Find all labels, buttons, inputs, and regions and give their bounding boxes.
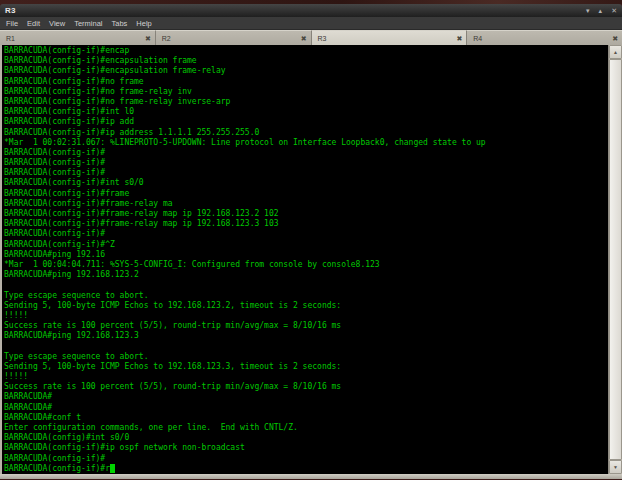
terminal-line bbox=[4, 341, 608, 351]
terminal-line: Enter configuration commands, one per li… bbox=[4, 423, 608, 433]
menu-item-tabs[interactable]: Tabs bbox=[112, 19, 128, 28]
terminal-line: BARRACUDA(config-if)#frame-relay ma bbox=[4, 199, 608, 209]
terminal-line: !!!!! bbox=[4, 311, 608, 321]
terminal-line: BARRACUDA(config-if)# bbox=[4, 148, 608, 158]
menubar: File Edit View Terminal Tabs Help bbox=[0, 17, 622, 30]
close-icon[interactable]: ✕ bbox=[611, 7, 617, 14]
tab-r2[interactable]: R2 ✖ bbox=[156, 30, 312, 45]
tab-r4[interactable]: R4 ✖ bbox=[467, 30, 622, 45]
terminal-window: R3 ▾ ▴ ✕ File Edit View Terminal Tabs He… bbox=[0, 4, 622, 478]
tab-close-icon[interactable]: ✖ bbox=[456, 35, 462, 42]
menu-item-view[interactable]: View bbox=[49, 19, 65, 28]
terminal-line: BARRACUDA# bbox=[4, 403, 608, 413]
terminal-line: BARRACUDA(config-if)#frame-relay map ip … bbox=[4, 219, 608, 229]
terminal-line: Success rate is 100 percent (5/5), round… bbox=[4, 321, 608, 331]
menu-item-help[interactable]: Help bbox=[136, 19, 151, 28]
terminal-line: BARRACUDA# bbox=[4, 392, 608, 402]
terminal-line: Type escape sequence to abort. bbox=[4, 291, 608, 301]
tab-close-icon[interactable]: ✖ bbox=[145, 35, 151, 42]
tab-close-icon[interactable]: ✖ bbox=[612, 35, 618, 42]
terminal-line: BARRACUDA(config-if)#no frame bbox=[4, 77, 608, 87]
terminal-line: Sending 5, 100-byte ICMP Echos to 192.16… bbox=[4, 362, 608, 372]
tab-r1[interactable]: R1 ✖ bbox=[0, 30, 156, 45]
tab-label: R3 bbox=[318, 35, 327, 42]
terminal-line: BARRACUDA(config-if)#encap bbox=[4, 46, 608, 56]
terminal-line: BARRACUDA(config-if)#no frame-relay inve… bbox=[4, 97, 608, 107]
terminal-line: BARRACUDA(config-if)#ip add bbox=[4, 117, 608, 127]
terminal-line: BARRACUDA(config-if)#ip address 1.1.1.1 … bbox=[4, 128, 608, 138]
terminal-line: BARRACUDA#ping 192.16 bbox=[4, 250, 608, 260]
terminal-line: Sending 5, 100-byte ICMP Echos to 192.16… bbox=[4, 301, 608, 311]
terminal-line: BARRACUDA(config-if)#frame bbox=[4, 189, 608, 199]
window-bottom-border bbox=[0, 474, 622, 479]
maximize-icon[interactable]: ▴ bbox=[599, 7, 603, 14]
menu-item-edit[interactable]: Edit bbox=[27, 19, 40, 28]
terminal-line: *Mar 1 00:02:31.067: %LINEPROTO-5-UPDOWN… bbox=[4, 138, 608, 148]
window-controls: ▾ ▴ ✕ bbox=[586, 7, 617, 14]
window-title: R3 bbox=[5, 6, 16, 15]
scroll-down-icon[interactable]: ▼ bbox=[609, 460, 622, 474]
terminal-line: BARRACUDA(config-if)#r bbox=[4, 464, 608, 474]
terminal-line: BARRACUDA(config-if)#int s0/0 bbox=[4, 178, 608, 188]
terminal-line: BARRACUDA#ping 192.168.123.2 bbox=[4, 270, 608, 280]
terminal-line: Type escape sequence to abort. bbox=[4, 352, 608, 362]
terminal-line: BARRACUDA(config-if)#^Z bbox=[4, 240, 608, 250]
tab-close-icon[interactable]: ✖ bbox=[301, 35, 307, 42]
terminal-line: BARRACUDA(config-if)#encapsulation frame bbox=[4, 56, 608, 66]
terminal-line: BARRACUDA(config)#int s0/0 bbox=[4, 433, 608, 443]
terminal-line: !!!!! bbox=[4, 372, 608, 382]
tab-r3[interactable]: R3 ✖ bbox=[312, 30, 468, 45]
terminal-line: BARRACUDA(config-if)# bbox=[4, 168, 608, 178]
scrollbar[interactable]: ▲ ▼ bbox=[608, 45, 622, 474]
terminal-line bbox=[4, 280, 608, 290]
tab-label: R1 bbox=[6, 35, 15, 42]
terminal-area: BARRACUDA(config-if)#encapBARRACUDA(conf… bbox=[0, 45, 622, 474]
scrollbar-thumb[interactable] bbox=[609, 59, 622, 460]
terminal-cursor bbox=[110, 464, 115, 473]
terminal-line: BARRACUDA(config-if)# bbox=[4, 454, 608, 464]
terminal-line: BARRACUDA(config-if)# bbox=[4, 158, 608, 168]
scroll-up-icon[interactable]: ▲ bbox=[609, 45, 622, 59]
terminal-line: BARRACUDA(config-if)#no frame-relay inv bbox=[4, 87, 608, 97]
terminal-line: BARRACUDA#conf t bbox=[4, 413, 608, 423]
titlebar[interactable]: R3 ▾ ▴ ✕ bbox=[0, 4, 622, 17]
terminal-line: BARRACUDA#ping 192.168.123.3 bbox=[4, 331, 608, 341]
tab-label: R2 bbox=[162, 35, 171, 42]
terminal-line: BARRACUDA(config-if)#frame-relay map ip … bbox=[4, 209, 608, 219]
tab-label: R4 bbox=[473, 35, 482, 42]
menu-item-terminal[interactable]: Terminal bbox=[74, 19, 102, 28]
terminal-line: BARRACUDA(config-if)#encapsulation frame… bbox=[4, 66, 608, 76]
terminal-line: *Mar 1 00:04:04.711: %SYS-5-CONFIG_I: Co… bbox=[4, 260, 608, 270]
terminal-line: BARRACUDA(config-if)# bbox=[4, 229, 608, 239]
tab-bar: R1 ✖ R2 ✖ R3 ✖ R4 ✖ bbox=[0, 30, 622, 45]
menu-item-file[interactable]: File bbox=[6, 19, 18, 28]
terminal-output[interactable]: BARRACUDA(config-if)#encapBARRACUDA(conf… bbox=[2, 45, 608, 474]
minimize-icon[interactable]: ▾ bbox=[586, 7, 590, 14]
terminal-line: BARRACUDA(config-if)#int l0 bbox=[4, 107, 608, 117]
terminal-line: Success rate is 100 percent (5/5), round… bbox=[4, 382, 608, 392]
terminal-line: BARRACUDA(config-if)#ip ospf network non… bbox=[4, 443, 608, 453]
